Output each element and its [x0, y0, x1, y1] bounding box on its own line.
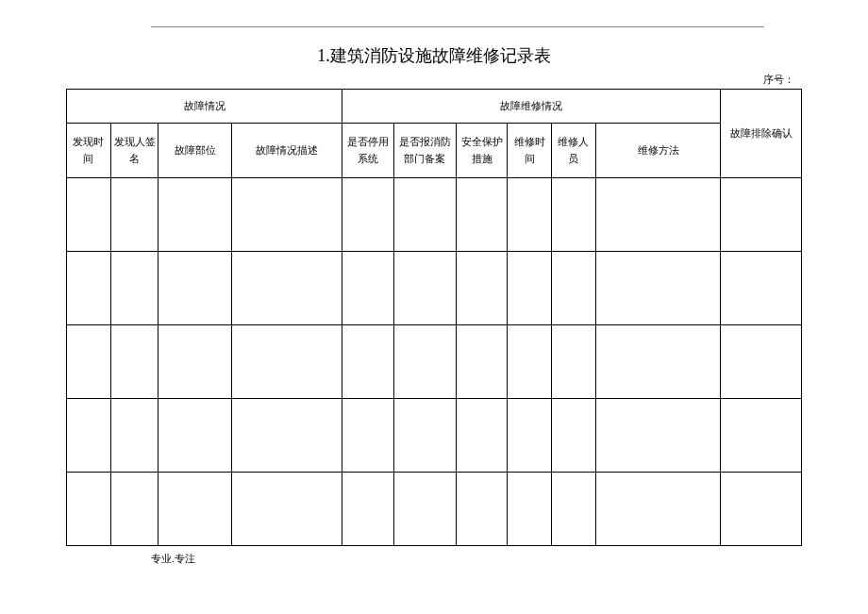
cell[interactable] — [552, 399, 596, 473]
table-row — [67, 178, 802, 252]
page-title: 1.建筑消防设施故障维修记录表 — [66, 44, 802, 67]
cell[interactable] — [342, 252, 394, 325]
cell[interactable] — [595, 325, 720, 399]
header-col9: 维修人员 — [552, 124, 596, 178]
cell[interactable] — [232, 252, 342, 325]
cell[interactable] — [159, 252, 232, 325]
cell[interactable] — [110, 252, 159, 325]
cell[interactable] — [393, 252, 456, 325]
cell[interactable] — [159, 399, 232, 473]
cell[interactable] — [67, 325, 111, 399]
cell[interactable] — [721, 178, 802, 252]
cell[interactable] — [393, 399, 456, 473]
cell[interactable] — [110, 473, 159, 546]
cell[interactable] — [67, 252, 111, 325]
header-col2: 发现人签名 — [110, 124, 159, 178]
cell[interactable] — [159, 325, 232, 399]
cell[interactable] — [342, 325, 394, 399]
cell[interactable] — [67, 178, 111, 252]
sequence-label: 序号： — [66, 73, 794, 87]
cell[interactable] — [159, 178, 232, 252]
table-row — [67, 325, 802, 399]
cell[interactable] — [508, 178, 552, 252]
header-col6: 是否报消防部门备案 — [393, 124, 456, 178]
cell[interactable] — [595, 399, 720, 473]
cell[interactable] — [456, 252, 508, 325]
cell[interactable] — [721, 399, 802, 473]
cell[interactable] — [552, 178, 596, 252]
header-col4: 故障情况描述 — [232, 124, 342, 178]
top-divider — [151, 26, 764, 27]
header-col1: 发现时间 — [67, 124, 111, 178]
cell[interactable] — [67, 399, 111, 473]
cell[interactable] — [342, 473, 394, 546]
cell[interactable] — [232, 178, 342, 252]
header-col8: 维修时间 — [508, 124, 552, 178]
table-row — [67, 252, 802, 325]
cell[interactable] — [508, 399, 552, 473]
cell[interactable] — [456, 473, 508, 546]
table-row — [67, 473, 802, 546]
cell[interactable] — [552, 473, 596, 546]
cell[interactable] — [595, 252, 720, 325]
header-group-repair: 故障维修情况 — [342, 90, 721, 124]
header-col10: 维修方法 — [595, 124, 720, 178]
header-group-fault: 故障情况 — [67, 90, 342, 124]
cell[interactable] — [232, 325, 342, 399]
cell[interactable] — [595, 178, 720, 252]
cell[interactable] — [721, 325, 802, 399]
record-table: 故障情况 故障维修情况 故障排除确认 发现时间 发现人签名 故障部位 故障情况描… — [66, 89, 802, 546]
cell[interactable] — [110, 325, 159, 399]
cell[interactable] — [67, 473, 111, 546]
cell[interactable] — [508, 473, 552, 546]
cell[interactable] — [110, 399, 159, 473]
cell[interactable] — [552, 325, 596, 399]
cell[interactable] — [232, 399, 342, 473]
cell[interactable] — [508, 252, 552, 325]
cell[interactable] — [232, 473, 342, 546]
header-col3: 故障部位 — [159, 124, 232, 178]
cell[interactable] — [552, 252, 596, 325]
cell[interactable] — [508, 325, 552, 399]
cell[interactable] — [456, 399, 508, 473]
cell[interactable] — [456, 178, 508, 252]
cell[interactable] — [721, 252, 802, 325]
header-confirm: 故障排除确认 — [721, 90, 802, 178]
cell[interactable] — [456, 325, 508, 399]
table-row — [67, 399, 802, 473]
cell[interactable] — [721, 473, 802, 546]
cell[interactable] — [595, 473, 720, 546]
header-col5: 是否停用系统 — [342, 124, 394, 178]
footer-text: 专业.专注 — [151, 552, 802, 566]
cell[interactable] — [342, 178, 394, 252]
cell[interactable] — [393, 178, 456, 252]
cell[interactable] — [110, 178, 159, 252]
cell[interactable] — [342, 399, 394, 473]
header-col7: 安全保护措施 — [456, 124, 508, 178]
cell[interactable] — [393, 473, 456, 546]
cell[interactable] — [393, 325, 456, 399]
cell[interactable] — [159, 473, 232, 546]
